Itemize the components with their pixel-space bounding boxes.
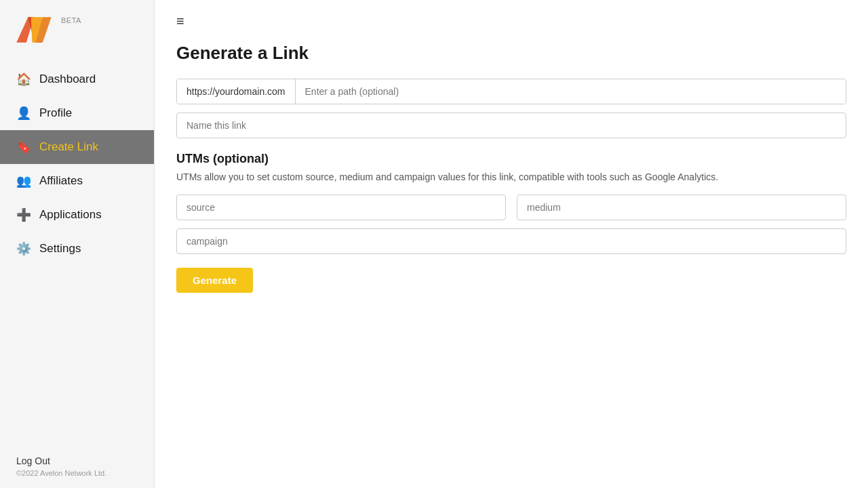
link-name-input[interactable] (176, 113, 846, 138)
generate-button[interactable]: Generate (176, 268, 253, 293)
settings-icon: ⚙️ (16, 241, 31, 256)
sidebar-item-settings[interactable]: ⚙️ Settings (0, 232, 154, 266)
applications-icon: ➕ (16, 207, 31, 222)
utm-medium-input[interactable] (517, 195, 846, 220)
sidebar-label-settings: Settings (39, 242, 81, 256)
utm-source-input[interactable] (176, 195, 506, 220)
sidebar-item-applications[interactable]: ➕ Applications (0, 198, 154, 232)
sidebar-label-profile: Profile (39, 106, 72, 120)
content-area: Generate a Link https://yourdomain.com U… (155, 36, 868, 488)
utm-section-title: UTMs (optional) (176, 152, 846, 166)
affiliates-icon: 👥 (16, 174, 31, 188)
url-path-input[interactable] (296, 79, 846, 104)
topbar: ≡ (155, 0, 868, 36)
logout-link[interactable]: Log Out (16, 455, 138, 466)
logo-icon (14, 12, 54, 47)
sidebar-item-dashboard[interactable]: 🏠 Dashboard (0, 62, 154, 96)
utm-section-desc: UTMs allow you to set custom source, med… (176, 171, 846, 182)
profile-icon: 👤 (16, 106, 31, 121)
sidebar-item-create-link[interactable]: 🔖 Create Link (0, 130, 154, 164)
sidebar-label-create-link: Create Link (39, 140, 98, 154)
beta-badge: BETA (61, 16, 81, 24)
logo-area: BETA (0, 0, 154, 60)
sidebar: BETA 🏠 Dashboard 👤 Profile 🔖 Create Link… (0, 0, 155, 488)
nav-list: 🏠 Dashboard 👤 Profile 🔖 Create Link 👥 Af… (0, 60, 154, 445)
main-content: ≡ Generate a Link https://yourdomain.com… (155, 0, 868, 488)
copyright-text: ©2022 Avelon Network Ltd. (16, 469, 138, 477)
sidebar-label-dashboard: Dashboard (39, 73, 96, 86)
url-domain-label: https://yourdomain.com (177, 79, 296, 104)
create-link-icon: 🔖 (16, 140, 31, 155)
url-input-row: https://yourdomain.com (176, 79, 846, 104)
sidebar-item-affiliates[interactable]: 👥 Affiliates (0, 164, 154, 198)
sidebar-label-applications: Applications (39, 208, 102, 222)
sidebar-footer: Log Out ©2022 Avelon Network Ltd. (0, 445, 154, 488)
hamburger-icon[interactable]: ≡ (176, 14, 184, 29)
sidebar-label-affiliates: Affiliates (39, 174, 83, 188)
utm-source-medium-row (176, 195, 846, 220)
page-title: Generate a Link (176, 43, 846, 64)
sidebar-item-profile[interactable]: 👤 Profile (0, 96, 154, 130)
home-icon: 🏠 (16, 72, 31, 87)
utm-campaign-input[interactable] (176, 228, 846, 254)
